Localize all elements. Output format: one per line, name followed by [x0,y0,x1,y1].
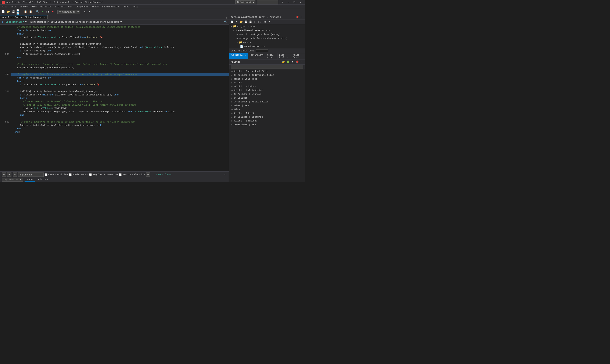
proj-build2-btn[interactable]: ▶▶ [258,20,262,24]
tree-item-source[interactable]: ▼ 📁 source [229,40,305,44]
search-next-btn[interactable]: ▶ [7,172,12,177]
breadcrumb-search-btn[interactable]: 🔍 [224,21,227,23]
tab-history[interactable]: History [36,178,50,182]
fold-indicator[interactable]: - [11,36,14,39]
code-lines[interactable]: // Replace transient instances of single… [11,25,229,171]
new-btn[interactable]: 📄 [1,10,5,14]
pause-btn[interactable]: ▮▮ [45,10,50,14]
code-row[interactable]: begin [11,32,229,36]
code-row[interactable]: // Replace transient instances of single… [11,26,229,29]
palette-delphi-multidevice[interactable]: ▶ Delphi | Multi-Device [229,89,305,92]
platform-dropdown[interactable]: Windows 32-bit [57,10,80,14]
code-row[interactable]: - if A.Kind <> TAssociationKind.SingleVa… [11,36,229,39]
code-row[interactable]: for A in Associations do [11,76,229,79]
tab-close-btn[interactable]: ✕ [44,16,45,19]
proj-build-btn[interactable]: ▶ [253,20,257,24]
menu-search[interactable]: Search [18,5,30,9]
code-row[interactable]: // But it will mostly work, unless Child… [11,103,229,107]
proj-dropdown-btn[interactable]: ▼ [234,20,239,24]
close-btn[interactable]: ✕ [297,0,303,5]
layout-dropdown[interactable]: Default Layout [235,0,256,4]
close-panel-btn[interactable]: ✕ [299,15,303,19]
code-row[interactable]: if Aux <> ChildObj then [11,49,229,52]
code-row[interactable] [11,117,229,120]
code-row[interactable]: GetUniqueInstances(A.TargetType, List, T… [11,110,229,113]
code-row[interactable]: FObjects.GetEntry(Obj).UpdateObjectState… [11,66,229,69]
forward-btn[interactable]: ▶ [87,10,92,14]
stop-btn[interactable]: ■ [50,10,55,14]
palette-cpp-datasnap[interactable]: ▶ C++Builder | DataSnap [229,115,305,119]
whole-words-checkbox[interactable] [69,173,72,176]
palette-dropdown[interactable]: ▼ [291,60,295,64]
right-tab-aurelius[interactable]: AureliusU... [229,53,248,59]
palette-delphi-windows[interactable]: ▶ Delphi | Windows [229,85,305,89]
right-tab-modelview[interactable]: Model View [265,53,277,59]
search-input[interactable] [18,172,44,177]
menu-tabs[interactable]: Tabs [122,5,131,9]
code-row[interactable]: ChildObj := A.Optimization.Wrapper.GetVa… [11,90,229,93]
palette-other-unittest[interactable]: ▶ Other | Unit Test [229,77,305,81]
pin-btn[interactable]: 📌 [295,15,299,19]
open-btn[interactable]: 📂 [6,10,11,14]
tree-item-build[interactable]: ▶ ⚙ Build Configurations (Debug) [229,32,305,36]
code-row[interactable]: end; [11,56,229,59]
case-sensitive-label[interactable]: Case sensitive [45,173,68,176]
menu-file[interactable]: File [0,5,9,9]
find-btn[interactable]: 🔍 [35,10,40,14]
menu-component[interactable]: Component [74,5,90,9]
search-reset-btn[interactable]: ↻ [13,172,17,177]
title-search-input[interactable] [257,0,278,4]
search-close-btn[interactable]: ✕ [223,172,227,177]
breadcrumb-left[interactable]: TObjectManager [4,21,24,23]
palette-delphi[interactable]: ▶ Delphi [229,81,305,85]
proj-more-btn[interactable]: ▼ [267,20,271,24]
proj-add-btn[interactable]: 📄 [230,20,234,24]
code-row[interactable] [11,86,229,90]
menu-help[interactable]: Help [131,5,140,9]
code-row[interactable]: // Save snapshot of current object state… [11,63,229,66]
right-tab-dataexpl[interactable]: Data Expl... [277,53,291,59]
help-btn[interactable]: ? [280,0,285,5]
palette-delphi-dunitx[interactable]: ▶ Delphi | DUnitX [229,111,305,115]
palette-icon1[interactable]: 🔐 [281,60,285,64]
code-row[interactable]: for A in Associations do [11,29,229,32]
palette-delphi-datasnap[interactable]: ▶ Delphi | DataSnap [229,119,305,123]
breadcrumb-right-dropdown[interactable]: ▼ [120,21,122,23]
search-selection-checkbox[interactable] [119,173,122,176]
menu-tools[interactable]: Tools [90,5,100,9]
proj-save-btn[interactable]: 💾 [244,20,248,24]
code-row[interactable]: // TODO: Use AsList instead of forcing t… [11,100,229,103]
minimize-btn[interactable]: — [285,0,291,5]
code-row[interactable]: // Replace transient instances of many-v… [11,73,229,76]
paste-btn[interactable]: 📋 [28,10,33,14]
whole-words-label[interactable]: Whole words [69,173,88,176]
tree-item-exe[interactable]: ▼ ⚙ AureliusUnitTestXE2.exe [229,28,305,32]
code-row[interactable]: end; [11,130,229,134]
palette-cpp[interactable]: ▶ C++Builder [229,96,305,100]
proj-save2-btn[interactable]: 💾 [248,20,253,24]
palette-delphi-individual[interactable]: ▶ Delphi | Individual Files [229,69,305,73]
code-row[interactable]: end; [11,113,229,117]
context-dropdown[interactable]: implementat ▼ [2,178,23,182]
save-all-btn[interactable]: 💾💾 [16,10,21,14]
right-tab-testinsight[interactable]: TestInsight [248,53,265,59]
tree-item-target[interactable]: ▶ ⚙ Target Platforms (Windows 32-bit) [229,36,305,40]
proj-open-btn[interactable]: 📂 [239,20,243,24]
menu-view[interactable]: View [30,5,39,9]
maximize-btn[interactable]: □ [291,0,297,5]
code-row[interactable]: Aux := GetUniqueInstance(A.TargetType, C… [11,46,229,49]
code-row[interactable] [11,39,229,42]
code-row[interactable]: // Save a snapshot of the state of each … [11,120,229,124]
code-row[interactable]: List := TList<TObject>(ChildObj); [11,107,229,110]
code-row[interactable]: end; [11,127,229,130]
copy-btn[interactable]: 📋 [23,10,28,14]
palette-other[interactable]: ▶ Other [229,107,305,111]
palette-search-input[interactable] [231,65,303,69]
code-row[interactable]: begin [11,79,229,83]
menu-project[interactable]: Project [53,5,67,9]
regex-label[interactable]: Regular expression [89,173,118,176]
right-tab-multidev[interactable]: Multi-Dev... [291,53,305,59]
breadcrumb-dropdown-btn[interactable]: ▼ [25,21,27,23]
palette-cpp-windows[interactable]: ▶ C++Builder | Windows [229,92,305,96]
editor-tab-active[interactable]: Aurelius.Engine.ObjectManager ✕ [0,15,48,19]
